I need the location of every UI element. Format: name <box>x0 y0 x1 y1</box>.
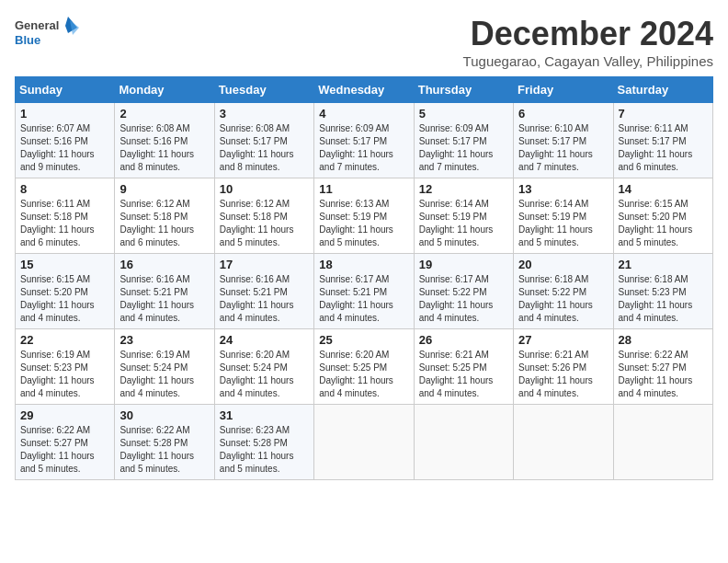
day-info: Sunrise: 6:11 AMSunset: 5:18 PMDaylight:… <box>20 199 95 247</box>
page-header: General Blue December 2024 Tuguegarao, C… <box>15 15 713 69</box>
day-info: Sunrise: 6:21 AMSunset: 5:25 PMDaylight:… <box>419 350 494 398</box>
day-info: Sunrise: 6:12 AMSunset: 5:18 PMDaylight:… <box>119 199 194 247</box>
day-number: 28 <box>619 333 708 347</box>
day-number: 16 <box>119 258 209 271</box>
table-row: 16 Sunrise: 6:16 AMSunset: 5:21 PMDaylig… <box>115 254 214 329</box>
table-row: 27 Sunrise: 6:21 AMSunset: 5:26 PMDaylig… <box>514 329 613 405</box>
day-number: 25 <box>319 333 408 347</box>
table-row: 30 Sunrise: 6:22 AMSunset: 5:28 PMDaylig… <box>115 405 214 480</box>
header-saturday: Saturday <box>613 77 712 103</box>
day-number: 12 <box>419 182 508 196</box>
calendar-week-3: 15 Sunrise: 6:15 AMSunset: 5:20 PMDaylig… <box>16 254 713 329</box>
table-row: 9 Sunrise: 6:12 AMSunset: 5:18 PMDayligh… <box>115 178 214 254</box>
day-number: 9 <box>119 182 209 196</box>
logo: General Blue <box>15 15 79 53</box>
table-row <box>514 405 613 480</box>
day-number: 14 <box>619 182 708 196</box>
day-info: Sunrise: 6:13 AMSunset: 5:19 PMDaylight:… <box>319 199 393 247</box>
table-row: 4 Sunrise: 6:09 AMSunset: 5:17 PMDayligh… <box>314 103 414 178</box>
header-thursday: Thursday <box>414 77 513 103</box>
day-number: 6 <box>518 107 608 121</box>
day-number: 2 <box>119 107 209 121</box>
day-info: Sunrise: 6:10 AMSunset: 5:17 PMDaylight:… <box>518 123 593 172</box>
table-row <box>414 405 513 480</box>
day-number: 29 <box>20 408 109 422</box>
day-info: Sunrise: 6:08 AMSunset: 5:17 PMDaylight:… <box>220 123 294 172</box>
day-number: 13 <box>518 182 608 196</box>
header-tuesday: Tuesday <box>214 77 313 103</box>
day-info: Sunrise: 6:21 AMSunset: 5:26 PMDaylight:… <box>518 350 593 398</box>
day-info: Sunrise: 6:20 AMSunset: 5:25 PMDaylight:… <box>319 350 393 398</box>
day-number: 3 <box>220 107 309 121</box>
table-row: 24 Sunrise: 6:20 AMSunset: 5:24 PMDaylig… <box>214 329 313 405</box>
day-number: 24 <box>220 333 309 347</box>
day-number: 23 <box>119 333 209 347</box>
day-info: Sunrise: 6:17 AMSunset: 5:22 PMDaylight:… <box>419 274 494 323</box>
day-number: 18 <box>319 258 408 271</box>
table-row: 2 Sunrise: 6:08 AMSunset: 5:16 PMDayligh… <box>115 103 214 178</box>
table-row: 22 Sunrise: 6:19 AMSunset: 5:23 PMDaylig… <box>16 329 115 405</box>
calendar-week-4: 22 Sunrise: 6:19 AMSunset: 5:23 PMDaylig… <box>16 329 713 405</box>
table-row: 1 Sunrise: 6:07 AMSunset: 5:16 PMDayligh… <box>16 103 115 178</box>
header-row: Sunday Monday Tuesday Wednesday Thursday… <box>16 77 713 103</box>
day-number: 27 <box>518 333 608 347</box>
day-info: Sunrise: 6:14 AMSunset: 5:19 PMDaylight:… <box>518 199 593 247</box>
table-row: 7 Sunrise: 6:11 AMSunset: 5:17 PMDayligh… <box>613 103 712 178</box>
table-row: 18 Sunrise: 6:17 AMSunset: 5:21 PMDaylig… <box>314 254 414 329</box>
day-info: Sunrise: 6:07 AMSunset: 5:16 PMDaylight:… <box>20 123 95 172</box>
calendar-week-5: 29 Sunrise: 6:22 AMSunset: 5:27 PMDaylig… <box>16 405 713 480</box>
table-row: 11 Sunrise: 6:13 AMSunset: 5:19 PMDaylig… <box>314 178 414 254</box>
day-number: 21 <box>619 258 708 271</box>
day-info: Sunrise: 6:16 AMSunset: 5:21 PMDaylight:… <box>220 274 294 323</box>
table-row: 10 Sunrise: 6:12 AMSunset: 5:18 PMDaylig… <box>214 178 313 254</box>
table-row: 6 Sunrise: 6:10 AMSunset: 5:17 PMDayligh… <box>514 103 613 178</box>
day-info: Sunrise: 6:08 AMSunset: 5:16 PMDaylight:… <box>119 123 194 172</box>
svg-text:Blue: Blue <box>15 33 40 47</box>
table-row: 19 Sunrise: 6:17 AMSunset: 5:22 PMDaylig… <box>414 254 513 329</box>
calendar-week-2: 8 Sunrise: 6:11 AMSunset: 5:18 PMDayligh… <box>16 178 713 254</box>
day-info: Sunrise: 6:14 AMSunset: 5:19 PMDaylight:… <box>419 199 494 247</box>
day-info: Sunrise: 6:17 AMSunset: 5:21 PMDaylight:… <box>319 274 393 323</box>
day-number: 7 <box>619 107 708 121</box>
day-number: 1 <box>20 107 109 121</box>
day-number: 26 <box>419 333 508 347</box>
table-row: 31 Sunrise: 6:23 AMSunset: 5:28 PMDaylig… <box>214 405 313 480</box>
calendar-table: Sunday Monday Tuesday Wednesday Thursday… <box>15 76 713 480</box>
table-row: 28 Sunrise: 6:22 AMSunset: 5:27 PMDaylig… <box>613 329 712 405</box>
day-info: Sunrise: 6:22 AMSunset: 5:28 PMDaylight:… <box>119 425 194 474</box>
day-number: 5 <box>419 107 508 121</box>
header-wednesday: Wednesday <box>314 77 414 103</box>
header-friday: Friday <box>514 77 613 103</box>
day-info: Sunrise: 6:12 AMSunset: 5:18 PMDaylight:… <box>220 199 294 247</box>
calendar-week-1: 1 Sunrise: 6:07 AMSunset: 5:16 PMDayligh… <box>16 103 713 178</box>
day-info: Sunrise: 6:22 AMSunset: 5:27 PMDaylight:… <box>20 425 95 474</box>
table-row: 17 Sunrise: 6:16 AMSunset: 5:21 PMDaylig… <box>214 254 313 329</box>
calendar-title: December 2024 <box>463 15 713 53</box>
day-number: 31 <box>220 408 309 422</box>
table-row: 29 Sunrise: 6:22 AMSunset: 5:27 PMDaylig… <box>16 405 115 480</box>
day-info: Sunrise: 6:23 AMSunset: 5:28 PMDaylight:… <box>220 425 294 474</box>
day-info: Sunrise: 6:22 AMSunset: 5:27 PMDaylight:… <box>619 350 693 398</box>
table-row: 13 Sunrise: 6:14 AMSunset: 5:19 PMDaylig… <box>514 178 613 254</box>
day-number: 17 <box>220 258 309 271</box>
day-number: 22 <box>20 333 109 347</box>
day-info: Sunrise: 6:11 AMSunset: 5:17 PMDaylight:… <box>619 123 693 172</box>
table-row: 12 Sunrise: 6:14 AMSunset: 5:19 PMDaylig… <box>414 178 513 254</box>
table-row: 5 Sunrise: 6:09 AMSunset: 5:17 PMDayligh… <box>414 103 513 178</box>
day-number: 10 <box>220 182 309 196</box>
day-info: Sunrise: 6:18 AMSunset: 5:22 PMDaylight:… <box>518 274 593 323</box>
svg-text:General: General <box>15 18 59 32</box>
day-info: Sunrise: 6:09 AMSunset: 5:17 PMDaylight:… <box>419 123 494 172</box>
logo-svg: General Blue <box>15 15 79 53</box>
day-number: 20 <box>518 258 608 271</box>
day-info: Sunrise: 6:16 AMSunset: 5:21 PMDaylight:… <box>119 274 194 323</box>
table-row: 8 Sunrise: 6:11 AMSunset: 5:18 PMDayligh… <box>16 178 115 254</box>
table-row: 26 Sunrise: 6:21 AMSunset: 5:25 PMDaylig… <box>414 329 513 405</box>
calendar-subtitle: Tuguegarao, Cagayan Valley, Philippines <box>463 53 713 69</box>
table-row: 15 Sunrise: 6:15 AMSunset: 5:20 PMDaylig… <box>16 254 115 329</box>
table-row: 23 Sunrise: 6:19 AMSunset: 5:24 PMDaylig… <box>115 329 214 405</box>
svg-marker-3 <box>70 20 79 35</box>
table-row: 21 Sunrise: 6:18 AMSunset: 5:23 PMDaylig… <box>613 254 712 329</box>
day-info: Sunrise: 6:18 AMSunset: 5:23 PMDaylight:… <box>619 274 693 323</box>
table-row: 14 Sunrise: 6:15 AMSunset: 5:20 PMDaylig… <box>613 178 712 254</box>
